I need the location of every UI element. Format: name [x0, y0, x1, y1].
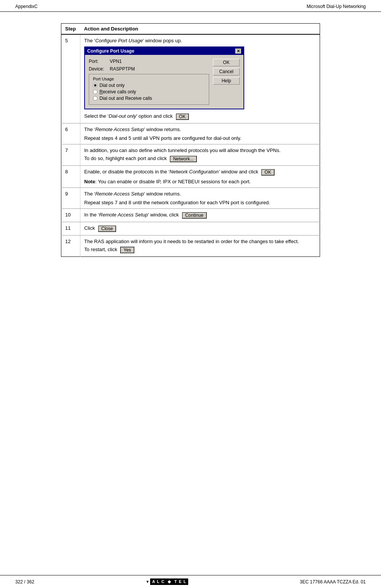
step-cell: 7: [61, 144, 80, 166]
page-footer: 322 / 362 ▼ A L C ◆ T E L 3EC 17766 AAAA…: [0, 575, 381, 588]
step-cell: 5: [61, 34, 80, 123]
step-paragraph: Repeat steps 7 and 8 until the network c…: [84, 200, 316, 205]
radio-label: Dial out and Receive calls: [99, 96, 152, 101]
alcatel-logo: A L C ◆ T E L: [150, 578, 188, 585]
step-paragraph: The ‘Remote Access Setup’ window returns…: [84, 191, 316, 197]
footer-page-right: 3EC 17766 AAAA TCZZA Ed. 01: [300, 579, 366, 585]
close-inline-button[interactable]: Close: [98, 225, 117, 232]
action-cell: The ‘Configure Port Usage’ window pops u…: [80, 34, 320, 123]
dialog-left-panel: Port:VPN1Device:RASPPTPMPort UsageDial o…: [89, 59, 209, 105]
port-value: VPN1: [110, 59, 122, 64]
radio-circle-icon: [93, 96, 98, 101]
table-row: 6The ‘Remote Access Setup’ window return…: [61, 123, 320, 144]
step-paragraph-with-btn: To do so, highlight each port and click …: [84, 155, 316, 162]
logo-triangle-icon: ▼: [146, 580, 149, 584]
step-cell: 8: [61, 166, 80, 188]
step-paragraph: In addition, you can also define which t…: [84, 147, 316, 153]
device-field: Device:RASPPTPM: [89, 66, 209, 72]
footer-logo: ▼ A L C ◆ T E L: [146, 578, 188, 585]
action-cell: Enable, or disable the protocols in the …: [80, 166, 320, 188]
radio-option-0[interactable]: Dial out only: [93, 83, 205, 88]
table-row: 12The RAS application will inform you it…: [61, 236, 320, 257]
step-paragraph: In the ‘Remote Access Setup’ window, cli…: [84, 212, 316, 219]
dialog-title: Configure Port Usage: [87, 48, 134, 54]
main-table: Step Action and Description 5The ‘Config…: [61, 23, 320, 257]
ok-inline-button[interactable]: OK: [261, 169, 274, 176]
action-cell: The ‘Remote Access Setup’ window returns…: [80, 188, 320, 209]
action-cell: In addition, you can also define which t…: [80, 144, 320, 166]
dialog-body: Port:VPN1Device:RASPPTPMPort UsageDial o…: [85, 55, 243, 109]
action-cell: The RAS application will inform you it n…: [80, 236, 320, 257]
radio-circle-icon: [93, 90, 98, 94]
yes-inline-button[interactable]: Yes: [120, 247, 134, 253]
action-cell: Click Close: [80, 222, 320, 236]
table-row: 7In addition, you can also define which …: [61, 144, 320, 166]
col-action-header: Action and Description: [80, 24, 320, 35]
step-note: Note: You can enable or disable IP, IPX …: [84, 179, 316, 184]
dialog-title-bar: Configure Port Usage✕: [85, 47, 243, 55]
device-label: Device:: [89, 66, 110, 72]
step-cell: 9: [61, 188, 80, 209]
dialog-button-panel: OKCancelHelp: [213, 59, 240, 105]
step-cell: 10: [61, 209, 80, 222]
radio-circle-icon: [93, 83, 98, 88]
port-label: Port:: [89, 59, 110, 64]
footer-page-left: 322 / 362: [15, 579, 34, 585]
step-paragraph: Repeat steps 4 and 5 until all VPN ports…: [84, 135, 316, 141]
table-row: 10In the ‘Remote Access Setup’ window, c…: [61, 209, 320, 222]
radio-option-2[interactable]: Dial out and Receive calls: [93, 96, 205, 101]
page-header: AppendixC Microsoft Dial-Up Networking: [0, 0, 381, 12]
table-row: 11Click Close: [61, 222, 320, 236]
port-usage-group: Port UsageDial out onlyReceive calls onl…: [89, 74, 209, 105]
step-cell: 12: [61, 236, 80, 257]
header-left: AppendixC: [15, 4, 38, 9]
step-cell: 6: [61, 123, 80, 144]
dialog-help-button[interactable]: Help: [213, 77, 240, 85]
radio-label: Receive calls only: [99, 89, 136, 95]
port-field: Port:VPN1: [89, 59, 209, 64]
network-inline-button[interactable]: Network...: [170, 155, 197, 162]
device-value: RASPPTPM: [110, 66, 135, 72]
step-outro: Select the ‘Dial-out only’ option and cl…: [84, 113, 316, 120]
step-paragraph: The RAS application will inform you it n…: [84, 239, 316, 244]
dialog-close-button[interactable]: ✕: [235, 48, 241, 54]
step-paragraph: The ‘Remote Access Setup’ window returns…: [84, 127, 316, 132]
configure-port-usage-dialog: Configure Port Usage✕Port:VPN1Device:RAS…: [84, 46, 244, 109]
dialog-ok-button[interactable]: OK: [213, 59, 240, 66]
note-label: Note: [84, 179, 95, 184]
table-row: 9The ‘Remote Access Setup’ window return…: [61, 188, 320, 209]
table-row: 8Enable, or disable the protocols in the…: [61, 166, 320, 188]
action-cell: The ‘Remote Access Setup’ window returns…: [80, 123, 320, 144]
dialog-cancel-button[interactable]: Cancel: [213, 68, 240, 75]
port-usage-legend: Port Usage: [93, 77, 205, 81]
action-cell: In the ‘Remote Access Setup’ window, cli…: [80, 209, 320, 222]
continue-inline-button[interactable]: Continue: [182, 212, 207, 219]
radio-option-1[interactable]: Receive calls only: [93, 89, 205, 95]
ok-inline-button[interactable]: OK: [176, 113, 189, 120]
step-main-text: Enable, or disable the protocols in the …: [84, 169, 316, 176]
table-row: 5The ‘Configure Port Usage’ window pops …: [61, 34, 320, 123]
content-area: Step Action and Description 5The ‘Config…: [0, 12, 381, 268]
step-paragraph: Click Close: [84, 225, 316, 232]
step-intro: The ‘Configure Port Usage’ window pops u…: [84, 38, 316, 43]
step-restart-text: To restart, click Yes: [84, 247, 316, 253]
col-step-header: Step: [61, 24, 80, 35]
header-right: Microsoft Dial-Up Networking: [307, 4, 366, 9]
radio-label: Dial out only: [99, 83, 125, 88]
step-cell: 11: [61, 222, 80, 236]
